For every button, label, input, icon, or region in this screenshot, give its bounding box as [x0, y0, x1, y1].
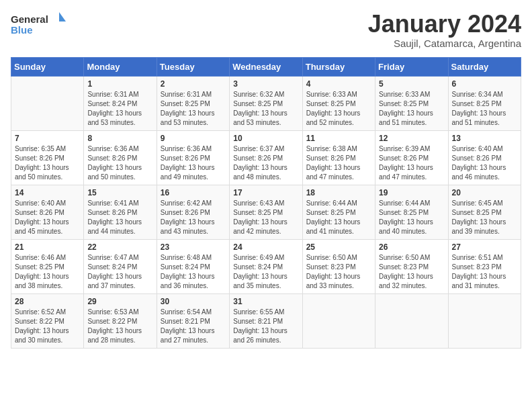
calendar-cell: 18Sunrise: 6:44 AM Sunset: 8:25 PM Dayli…: [302, 185, 375, 239]
day-number: 18: [306, 188, 371, 197]
day-number: 24: [233, 242, 298, 252]
cell-info: Sunrise: 6:42 AM Sunset: 8:26 PM Dayligh…: [161, 199, 226, 236]
calendar-cell: 1Sunrise: 6:31 AM Sunset: 8:24 PM Daylig…: [84, 76, 157, 130]
svg-text:General: General: [11, 13, 48, 25]
calendar-cell: [302, 293, 375, 348]
calendar-cell: 27Sunrise: 6:51 AM Sunset: 8:23 PM Dayli…: [448, 239, 521, 293]
calendar-week-row: 28Sunrise: 6:52 AM Sunset: 8:22 PM Dayli…: [11, 293, 521, 348]
cell-info: Sunrise: 6:38 AM Sunset: 8:26 PM Dayligh…: [306, 144, 371, 182]
calendar-cell: 17Sunrise: 6:43 AM Sunset: 8:25 PM Dayli…: [230, 185, 302, 239]
cell-info: Sunrise: 6:54 AM Sunset: 8:21 PM Dayligh…: [161, 308, 226, 345]
calendar-cell: 22Sunrise: 6:47 AM Sunset: 8:24 PM Dayli…: [84, 239, 157, 293]
calendar-day-header: Thursday: [302, 57, 375, 76]
logo-svg: General Blue: [11, 11, 71, 38]
calendar-cell: 13Sunrise: 6:40 AM Sunset: 8:26 PM Dayli…: [448, 130, 521, 185]
day-number: 21: [15, 242, 80, 252]
calendar-day-header: Friday: [375, 57, 448, 76]
calendar-week-row: 21Sunrise: 6:46 AM Sunset: 8:25 PM Dayli…: [11, 239, 521, 293]
page-header: General Blue January 2024 Saujil, Catama…: [11, 11, 521, 49]
cell-info: Sunrise: 6:36 AM Sunset: 8:26 PM Dayligh…: [161, 144, 226, 182]
calendar-cell: 24Sunrise: 6:49 AM Sunset: 8:24 PM Dayli…: [230, 239, 302, 293]
svg-text:Blue: Blue: [11, 24, 33, 36]
location-subtitle: Saujil, Catamarca, Argentina: [368, 38, 521, 49]
cell-info: Sunrise: 6:49 AM Sunset: 8:24 PM Dayligh…: [233, 253, 298, 291]
calendar-cell: 31Sunrise: 6:55 AM Sunset: 8:21 PM Dayli…: [230, 293, 302, 348]
calendar-cell: 6Sunrise: 6:34 AM Sunset: 8:25 PM Daylig…: [448, 76, 521, 130]
day-number: 2: [161, 79, 226, 89]
day-number: 16: [161, 188, 226, 197]
day-number: 7: [15, 134, 80, 143]
calendar-cell: 30Sunrise: 6:54 AM Sunset: 8:21 PM Dayli…: [157, 293, 229, 348]
calendar-day-header: Wednesday: [230, 57, 302, 76]
cell-info: Sunrise: 6:37 AM Sunset: 8:26 PM Dayligh…: [233, 144, 298, 182]
cell-info: Sunrise: 6:32 AM Sunset: 8:25 PM Dayligh…: [233, 90, 298, 128]
day-number: 23: [161, 242, 226, 252]
cell-info: Sunrise: 6:55 AM Sunset: 8:21 PM Dayligh…: [233, 308, 298, 345]
cell-info: Sunrise: 6:35 AM Sunset: 8:26 PM Dayligh…: [15, 144, 80, 182]
cell-info: Sunrise: 6:47 AM Sunset: 8:24 PM Dayligh…: [87, 253, 152, 291]
day-number: 28: [15, 297, 80, 306]
calendar-day-header: Sunday: [11, 57, 84, 76]
calendar-header-row: SundayMondayTuesdayWednesdayThursdayFrid…: [11, 57, 521, 76]
calendar-week-row: 7Sunrise: 6:35 AM Sunset: 8:26 PM Daylig…: [11, 130, 521, 185]
cell-info: Sunrise: 6:36 AM Sunset: 8:26 PM Dayligh…: [87, 144, 152, 182]
day-number: 29: [87, 297, 152, 306]
cell-info: Sunrise: 6:45 AM Sunset: 8:25 PM Dayligh…: [452, 199, 517, 236]
day-number: 14: [15, 188, 80, 197]
cell-info: Sunrise: 6:31 AM Sunset: 8:24 PM Dayligh…: [87, 90, 152, 128]
calendar-cell: 21Sunrise: 6:46 AM Sunset: 8:25 PM Dayli…: [11, 239, 84, 293]
cell-info: Sunrise: 6:50 AM Sunset: 8:23 PM Dayligh…: [379, 253, 444, 291]
day-number: 30: [161, 297, 226, 306]
day-number: 15: [87, 188, 152, 197]
day-number: 22: [87, 242, 152, 252]
calendar-cell: 14Sunrise: 6:40 AM Sunset: 8:26 PM Dayli…: [11, 185, 84, 239]
calendar-cell: 15Sunrise: 6:41 AM Sunset: 8:26 PM Dayli…: [84, 185, 157, 239]
calendar-body: 1Sunrise: 6:31 AM Sunset: 8:24 PM Daylig…: [11, 76, 521, 348]
day-number: 19: [379, 188, 444, 197]
cell-info: Sunrise: 6:33 AM Sunset: 8:25 PM Dayligh…: [306, 90, 371, 128]
month-title: January 2024: [368, 11, 521, 38]
calendar-cell: 20Sunrise: 6:45 AM Sunset: 8:25 PM Dayli…: [448, 185, 521, 239]
cell-info: Sunrise: 6:41 AM Sunset: 8:26 PM Dayligh…: [87, 199, 152, 236]
cell-info: Sunrise: 6:52 AM Sunset: 8:22 PM Dayligh…: [15, 308, 80, 345]
day-number: 6: [452, 79, 517, 89]
day-number: 1: [87, 79, 152, 89]
calendar-cell: 19Sunrise: 6:44 AM Sunset: 8:25 PM Dayli…: [375, 185, 448, 239]
day-number: 3: [233, 79, 298, 89]
title-block: January 2024 Saujil, Catamarca, Argentin…: [368, 11, 521, 49]
day-number: 5: [379, 79, 444, 89]
day-number: 17: [233, 188, 298, 197]
day-number: 12: [379, 134, 444, 143]
calendar-cell: 3Sunrise: 6:32 AM Sunset: 8:25 PM Daylig…: [230, 76, 302, 130]
calendar-cell: 10Sunrise: 6:37 AM Sunset: 8:26 PM Dayli…: [230, 130, 302, 185]
cell-info: Sunrise: 6:53 AM Sunset: 8:22 PM Dayligh…: [87, 308, 152, 345]
calendar-table: SundayMondayTuesdayWednesdayThursdayFrid…: [11, 57, 521, 349]
cell-info: Sunrise: 6:48 AM Sunset: 8:24 PM Dayligh…: [161, 253, 226, 291]
calendar-cell: 12Sunrise: 6:39 AM Sunset: 8:26 PM Dayli…: [375, 130, 448, 185]
day-number: 25: [306, 242, 371, 252]
cell-info: Sunrise: 6:33 AM Sunset: 8:25 PM Dayligh…: [379, 90, 444, 128]
calendar-day-header: Monday: [84, 57, 157, 76]
cell-info: Sunrise: 6:50 AM Sunset: 8:23 PM Dayligh…: [306, 253, 371, 291]
cell-info: Sunrise: 6:46 AM Sunset: 8:25 PM Dayligh…: [15, 253, 80, 291]
calendar-cell: 5Sunrise: 6:33 AM Sunset: 8:25 PM Daylig…: [375, 76, 448, 130]
calendar-week-row: 14Sunrise: 6:40 AM Sunset: 8:26 PM Dayli…: [11, 185, 521, 239]
cell-info: Sunrise: 6:51 AM Sunset: 8:23 PM Dayligh…: [452, 253, 517, 291]
calendar-day-header: Saturday: [448, 57, 521, 76]
day-number: 20: [452, 188, 517, 197]
calendar-cell: 4Sunrise: 6:33 AM Sunset: 8:25 PM Daylig…: [302, 76, 375, 130]
calendar-week-row: 1Sunrise: 6:31 AM Sunset: 8:24 PM Daylig…: [11, 76, 521, 130]
logo: General Blue: [11, 11, 71, 38]
calendar-cell: 25Sunrise: 6:50 AM Sunset: 8:23 PM Dayli…: [302, 239, 375, 293]
day-number: 8: [87, 134, 152, 143]
calendar-cell: [448, 293, 521, 348]
calendar-cell: 9Sunrise: 6:36 AM Sunset: 8:26 PM Daylig…: [157, 130, 229, 185]
calendar-day-header: Tuesday: [157, 57, 229, 76]
calendar-cell: 28Sunrise: 6:52 AM Sunset: 8:22 PM Dayli…: [11, 293, 84, 348]
day-number: 27: [452, 242, 517, 252]
calendar-cell: [11, 76, 84, 130]
cell-info: Sunrise: 6:31 AM Sunset: 8:25 PM Dayligh…: [161, 90, 226, 128]
calendar-cell: 16Sunrise: 6:42 AM Sunset: 8:26 PM Dayli…: [157, 185, 229, 239]
cell-info: Sunrise: 6:43 AM Sunset: 8:25 PM Dayligh…: [233, 199, 298, 236]
day-number: 13: [452, 134, 517, 143]
